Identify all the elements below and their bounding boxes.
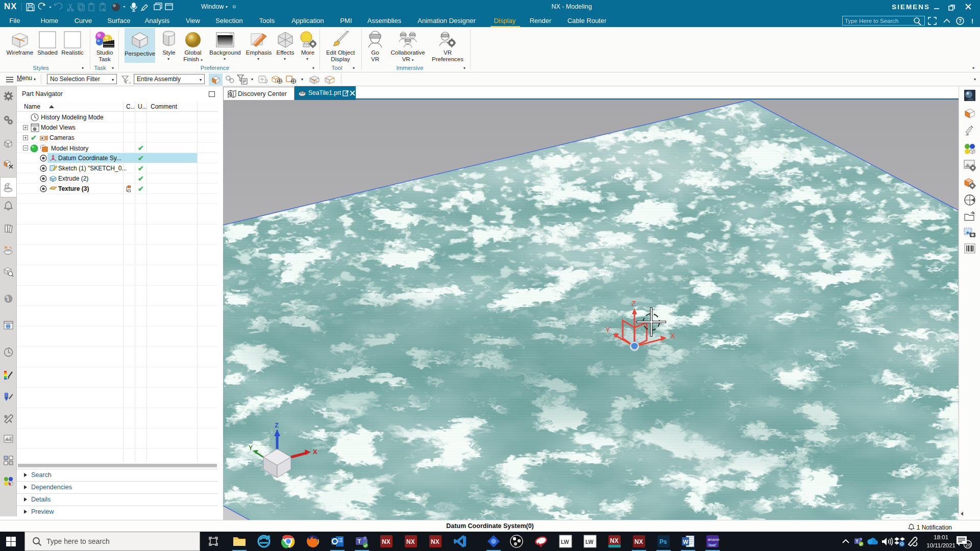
- svg-text:LW: LW: [561, 539, 569, 545]
- svg-text:Z: Z: [631, 299, 636, 308]
- svg-text:amazon: amazon: [708, 538, 720, 541]
- svg-text:NX: NX: [382, 538, 390, 545]
- svg-text:NX: NX: [610, 537, 619, 544]
- svg-text:!: !: [971, 17, 973, 25]
- svg-text:i: i: [7, 296, 9, 302]
- svg-text:music: music: [708, 544, 716, 547]
- svg-text:Ps: Ps: [659, 538, 667, 545]
- svg-text:W: W: [683, 539, 689, 545]
- svg-text:28: 28: [966, 542, 971, 547]
- svg-text:Y: Y: [605, 325, 610, 334]
- svg-text:NX: NX: [431, 538, 439, 545]
- svg-text:Y: Y: [249, 444, 253, 452]
- svg-text:NX: NX: [634, 538, 643, 545]
- svg-text:X: X: [313, 448, 317, 456]
- svg-text:LW: LW: [585, 539, 594, 545]
- svg-text:NX: NX: [406, 538, 415, 545]
- svg-text:Z: Z: [275, 421, 279, 429]
- svg-text:T: T: [358, 538, 361, 544]
- svg-text:X: X: [670, 331, 675, 340]
- svg-text:?: ?: [959, 18, 962, 24]
- svg-text:T: T: [856, 539, 859, 544]
